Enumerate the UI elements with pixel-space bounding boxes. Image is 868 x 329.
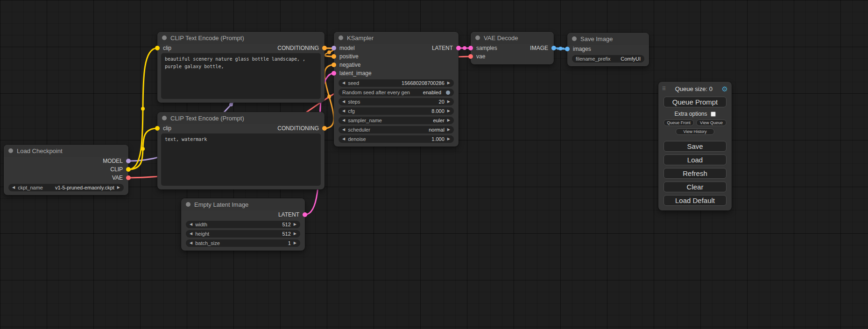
latent-output-port[interactable] bbox=[456, 46, 461, 50]
drag-handle-icon[interactable]: ⠿ bbox=[662, 86, 666, 92]
cfg-widget[interactable]: ◀ cfg 8.000 ▶ bbox=[339, 107, 454, 115]
conditioning-output-port[interactable] bbox=[322, 126, 327, 131]
node-empty-latent-image[interactable]: Empty Latent Image LATENT ◀ width 512 ▶ … bbox=[181, 198, 305, 251]
node-title-bar[interactable]: Save Image bbox=[567, 33, 649, 45]
input-slot-label: latent_image bbox=[339, 70, 372, 77]
clip-output-port[interactable] bbox=[126, 167, 131, 172]
input-slot-label: clip bbox=[163, 45, 171, 51]
comfy-menu-panel[interactable]: ⠿ Queue size: 0 ⚙ Queue Prompt Extra opt… bbox=[658, 82, 732, 210]
increment-arrow-icon[interactable]: ▶ bbox=[447, 109, 450, 113]
steps-widget[interactable]: ◀ steps 20 ▶ bbox=[339, 98, 454, 105]
node-canvas[interactable]: Load Checkpoint MODEL CLIP VAE ◀ ckpt_na… bbox=[0, 0, 868, 329]
increment-arrow-icon[interactable]: ▶ bbox=[294, 241, 296, 245]
scheduler-widget[interactable]: ◀ scheduler normal ▶ bbox=[339, 126, 454, 133]
increment-arrow-icon[interactable]: ▶ bbox=[447, 100, 450, 104]
model-input-port[interactable] bbox=[332, 46, 336, 50]
node-collapse-dot[interactable] bbox=[339, 35, 343, 40]
node-title: Save Image bbox=[580, 35, 613, 42]
increment-arrow-icon[interactable]: ▶ bbox=[447, 119, 450, 122]
output-slot-label: CONDITIONING bbox=[277, 45, 319, 51]
width-widget[interactable]: ◀ width 512 ▶ bbox=[186, 221, 300, 228]
node-collapse-dot[interactable] bbox=[475, 35, 480, 40]
clip-input-port[interactable] bbox=[155, 126, 160, 131]
load-default-button[interactable]: Load Default bbox=[663, 195, 727, 206]
clip-input-port[interactable] bbox=[155, 46, 160, 50]
height-widget[interactable]: ◀ height 512 ▶ bbox=[186, 230, 300, 238]
positive-prompt-textarea[interactable]: beautiful scenery nature glass bottle la… bbox=[161, 53, 321, 99]
widget-value: 1.000 bbox=[431, 136, 445, 142]
decrement-arrow-icon[interactable]: ◀ bbox=[342, 119, 345, 122]
decrement-arrow-icon[interactable]: ◀ bbox=[342, 128, 345, 132]
decrement-arrow-icon[interactable]: ◀ bbox=[342, 137, 345, 141]
increment-arrow-icon[interactable]: ▶ bbox=[294, 223, 296, 226]
conditioning-output-port[interactable] bbox=[322, 46, 327, 50]
seed-widget[interactable]: ◀ seed 156680208700286 ▶ bbox=[339, 79, 454, 87]
load-button[interactable]: Load bbox=[663, 154, 727, 165]
output-slot-label: IMAGE bbox=[530, 45, 548, 51]
node-collapse-dot[interactable] bbox=[162, 35, 167, 40]
node-clip-text-encode-positive[interactable]: CLIP Text Encode (Prompt) clip CONDITION… bbox=[157, 32, 325, 103]
decrement-arrow-icon[interactable]: ◀ bbox=[190, 223, 192, 226]
node-title-bar[interactable]: VAE Decode bbox=[471, 32, 554, 44]
node-title: KSampler bbox=[347, 35, 374, 42]
decrement-arrow-icon[interactable]: ◀ bbox=[342, 81, 345, 85]
queue-front-button[interactable]: Queue Front bbox=[663, 119, 694, 126]
ckpt-name-widget[interactable]: ◀ ckpt_name v1-5-pruned-emaonly.ckpt ▶ bbox=[8, 184, 124, 191]
decrement-arrow-icon[interactable]: ◀ bbox=[190, 232, 192, 236]
save-button[interactable]: Save bbox=[663, 141, 727, 152]
increment-arrow-icon[interactable]: ▶ bbox=[447, 81, 450, 85]
latent-image-input-port[interactable] bbox=[332, 71, 336, 76]
view-queue-button[interactable]: View Queue bbox=[696, 119, 727, 126]
node-ksampler[interactable]: KSampler model LATENT positive negative … bbox=[334, 32, 459, 147]
node-collapse-dot[interactable] bbox=[572, 36, 577, 41]
denoise-widget[interactable]: ◀ denoise 1.000 ▶ bbox=[339, 135, 454, 143]
samples-input-port[interactable] bbox=[468, 46, 473, 50]
node-save-image[interactable]: Save Image images filename_prefix ComfyU… bbox=[567, 33, 649, 66]
node-title-bar[interactable]: CLIP Text Encode (Prompt) bbox=[157, 112, 325, 124]
node-clip-text-encode-negative[interactable]: CLIP Text Encode (Prompt) clip CONDITION… bbox=[157, 112, 325, 189]
increment-arrow-icon[interactable]: ▶ bbox=[117, 186, 120, 189]
vae-output-port[interactable] bbox=[126, 175, 131, 180]
queue-prompt-button[interactable]: Queue Prompt bbox=[663, 97, 727, 107]
increment-arrow-icon[interactable]: ▶ bbox=[447, 137, 450, 141]
increment-arrow-icon[interactable]: ▶ bbox=[294, 232, 296, 236]
decrement-arrow-icon[interactable]: ◀ bbox=[342, 100, 345, 104]
widget-value: 8.000 bbox=[431, 108, 445, 114]
batch-size-widget[interactable]: ◀ batch_size 1 ▶ bbox=[186, 239, 300, 247]
random-seed-toggle-widget[interactable]: Random seed after every gen enabled bbox=[339, 89, 454, 96]
sampler-name-widget[interactable]: ◀ sampler_name euler ▶ bbox=[339, 117, 454, 124]
clear-button[interactable]: Clear bbox=[663, 182, 727, 192]
node-collapse-dot[interactable] bbox=[162, 116, 167, 120]
model-output-port[interactable] bbox=[126, 159, 131, 163]
settings-gear-icon[interactable]: ⚙ bbox=[722, 85, 728, 92]
node-collapse-dot[interactable] bbox=[186, 202, 191, 207]
negative-prompt-textarea[interactable]: text, watermark bbox=[161, 133, 321, 186]
view-history-button[interactable]: View History bbox=[676, 128, 715, 135]
decrement-arrow-icon[interactable]: ◀ bbox=[190, 241, 192, 245]
negative-input-port[interactable] bbox=[332, 63, 336, 67]
input-slot-label: positive bbox=[339, 53, 359, 60]
vae-input-port[interactable] bbox=[468, 54, 473, 59]
node-title-bar[interactable]: Load Checkpoint bbox=[4, 145, 128, 157]
node-title-bar[interactable]: Empty Latent Image bbox=[181, 198, 305, 210]
filename-prefix-widget[interactable]: filename_prefix ComfyUI bbox=[572, 55, 644, 63]
node-title-bar[interactable]: KSampler bbox=[334, 32, 459, 44]
latent-output-port[interactable] bbox=[303, 212, 307, 217]
decrement-arrow-icon[interactable]: ◀ bbox=[342, 109, 345, 113]
output-slot-label: MODEL bbox=[103, 158, 123, 164]
decrement-arrow-icon[interactable]: ◀ bbox=[12, 186, 15, 189]
images-input-port[interactable] bbox=[565, 47, 570, 51]
node-title: VAE Decode bbox=[484, 35, 518, 42]
input-slot-label: clip bbox=[163, 125, 171, 132]
refresh-button[interactable]: Refresh bbox=[663, 168, 727, 179]
node-load-checkpoint[interactable]: Load Checkpoint MODEL CLIP VAE ◀ ckpt_na… bbox=[4, 145, 128, 195]
node-vae-decode[interactable]: VAE Decode samples IMAGE vae bbox=[471, 32, 554, 64]
increment-arrow-icon[interactable]: ▶ bbox=[447, 128, 450, 132]
extra-options-checkbox[interactable] bbox=[711, 112, 716, 117]
positive-input-port[interactable] bbox=[332, 54, 336, 59]
widget-label: filename_prefix bbox=[576, 56, 611, 62]
image-output-port[interactable] bbox=[551, 46, 556, 50]
toggle-on-indicator[interactable] bbox=[446, 91, 450, 95]
node-collapse-dot[interactable] bbox=[8, 148, 13, 153]
node-title-bar[interactable]: CLIP Text Encode (Prompt) bbox=[157, 32, 325, 44]
